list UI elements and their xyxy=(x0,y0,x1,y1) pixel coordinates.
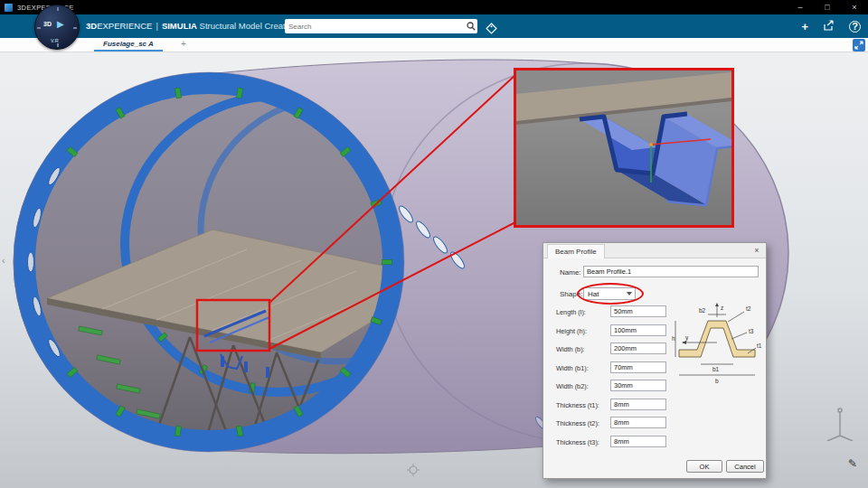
name-label: Name: xyxy=(560,268,581,277)
edit-pencil-icon[interactable]: ✎ xyxy=(848,457,857,470)
inset-scene xyxy=(516,70,731,225)
document-tabstrip: Fuselage_sc A + xyxy=(0,38,868,52)
compass-tick-west xyxy=(37,27,41,29)
compass-tick-north xyxy=(57,7,59,11)
thickness-t1-input[interactable] xyxy=(610,399,666,410)
brand-title: 3DEXPERIENCE|SIMULIA Structural Model Cr… xyxy=(86,21,297,31)
detail-inset xyxy=(514,68,734,228)
tab-fuselage[interactable]: Fuselage_sc A xyxy=(94,38,163,52)
diagram-t2-label: t2 xyxy=(746,305,751,312)
minimize-button[interactable]: – xyxy=(787,0,814,14)
3d-viewport[interactable]: ‹ ✎ Beam Profile × Name: Shape: Hat Leng… xyxy=(0,52,868,488)
brand-3d: 3D xyxy=(86,21,97,31)
diagram-b2-label: b2 xyxy=(699,307,706,314)
height-label: Height (h): xyxy=(556,327,609,335)
thickness-t2-label: Thickness (t2): xyxy=(556,419,609,427)
help-icon[interactable]: ? xyxy=(849,21,861,33)
shape-label: Shape: xyxy=(560,290,582,298)
hat-profile-shape xyxy=(679,321,755,357)
cancel-button[interactable]: Cancel xyxy=(726,460,764,473)
diagram-t1-label: t1 xyxy=(757,343,762,349)
close-window-button[interactable]: × xyxy=(841,0,868,14)
window-controls: – □ × xyxy=(787,0,868,14)
height-input[interactable] xyxy=(610,324,666,336)
name-input[interactable] xyxy=(583,266,759,277)
width-b1-label: Width (b1): xyxy=(556,364,609,372)
new-tab-button[interactable]: + xyxy=(181,39,186,49)
shape-dropdown[interactable]: Hat xyxy=(583,287,636,300)
share-icon[interactable] xyxy=(823,20,835,33)
dialog-close-icon[interactable]: × xyxy=(751,245,762,256)
search-box xyxy=(285,19,477,33)
compass-tick-south xyxy=(57,43,59,47)
expand-viewport-icon[interactable] xyxy=(853,39,865,52)
panel-collapse-icon[interactable]: ‹ xyxy=(2,255,5,266)
hat-profile-diagram: z y b2 t2 t3 t1 b1 b h xyxy=(672,303,764,389)
view-manipulation-icon[interactable] xyxy=(407,464,420,480)
thickness-t2-input[interactable] xyxy=(610,417,666,428)
compass-disc: 3D ▶ V.R xyxy=(34,5,80,50)
diagram-t3-label: t3 xyxy=(749,328,754,334)
ground-axis-icon xyxy=(825,405,855,445)
thickness-t3-input[interactable] xyxy=(610,436,666,447)
chevron-down-icon xyxy=(627,292,632,296)
search-icon[interactable] xyxy=(465,22,477,31)
diagram-h-label: h xyxy=(672,335,675,342)
titlebar: 3DEXPERIENCE – □ × xyxy=(0,0,868,14)
width-b-input[interactable] xyxy=(610,343,666,354)
add-content-icon[interactable]: + xyxy=(801,21,808,33)
brand-separator: | xyxy=(156,21,157,31)
compass-tick-east xyxy=(73,27,77,29)
diagram-y-label: y xyxy=(685,334,689,342)
diagram-b1-label: b1 xyxy=(712,366,720,372)
ok-button[interactable]: OK xyxy=(686,460,722,473)
appbar: 3DEXPERIENCE|SIMULIA Structural Model Cr… xyxy=(0,14,868,38)
tag-icon[interactable] xyxy=(486,22,497,38)
appbar-actions: + ? xyxy=(801,14,861,38)
suite-name: SIMULIA xyxy=(162,21,197,31)
width-b1-input[interactable] xyxy=(610,361,666,373)
shape-value: Hat xyxy=(588,290,599,298)
length-input[interactable] xyxy=(610,305,666,317)
module-name: Structural Model Creation xyxy=(200,21,297,31)
width-b2-label: Width (b2): xyxy=(556,382,609,390)
search-input[interactable] xyxy=(285,23,465,31)
diagram-b-label: b xyxy=(715,378,719,384)
3ds-compass[interactable]: 3D ▶ V.R xyxy=(34,5,80,50)
thickness-t3-label: Thickness (t3): xyxy=(556,438,609,446)
compass-3d-label: 3D xyxy=(43,21,52,27)
maximize-button[interactable]: □ xyxy=(814,0,841,14)
compass-version-label: V.R xyxy=(51,38,59,43)
beam-profile-dialog: Beam Profile × Name: Shape: Hat Length (… xyxy=(542,242,767,479)
application-window: 3DEXPERIENCE – □ × 3DEXPERIENCE|SIMULIA … xyxy=(0,0,868,488)
length-label: Length (l): xyxy=(556,308,609,316)
thickness-t1-label: Thickness (t1): xyxy=(556,401,609,409)
app-logo-icon xyxy=(5,4,13,12)
compass-play-icon[interactable]: ▶ xyxy=(57,19,64,29)
width-b2-input[interactable] xyxy=(610,380,666,391)
diagram-z-label: z xyxy=(721,305,723,311)
width-b-label: Width (b): xyxy=(556,345,609,353)
dialog-title: Beam Profile xyxy=(547,244,605,258)
brand-experience: EXPERIENCE xyxy=(97,21,152,31)
dialog-header[interactable]: Beam Profile × xyxy=(543,243,766,258)
